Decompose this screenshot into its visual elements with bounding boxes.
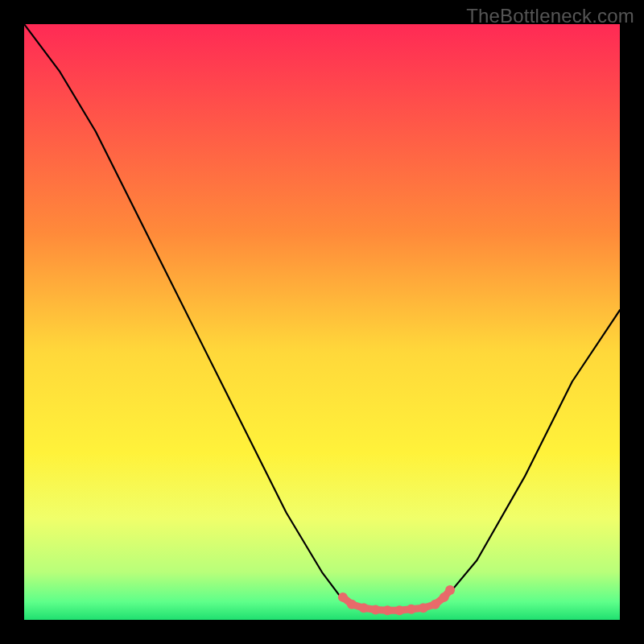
marker (382, 605, 392, 615)
marker (431, 600, 440, 609)
chart-frame: TheBottleneck.com (0, 0, 644, 644)
chart-svg (24, 24, 620, 620)
marker (445, 585, 455, 595)
marker (338, 592, 348, 602)
plot-area (24, 24, 620, 620)
marker (347, 600, 357, 609)
watermark-text: TheBottleneck.com (466, 5, 634, 27)
marker (371, 605, 381, 614)
gradient-background (24, 24, 620, 620)
marker (359, 603, 369, 613)
marker (419, 603, 428, 613)
marker (407, 605, 416, 614)
marker (394, 605, 404, 615)
